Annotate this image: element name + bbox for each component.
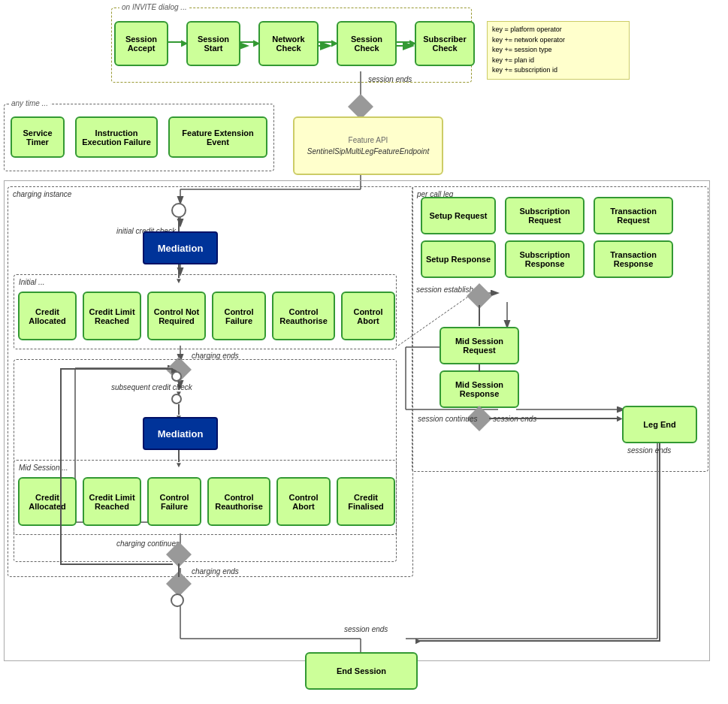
session-accept-box: Session Accept (114, 21, 168, 66)
credit-allocated-2-box: Credit Allocated (18, 477, 77, 526)
session-check-box: Session Check (337, 21, 397, 66)
diagram-container: on INVITE dialog ... Session Accept ▶ Se… (0, 0, 728, 704)
subsequent-credit-check-label: subsequent credit check (111, 383, 192, 391)
mediation-2-box: Mediation (143, 417, 218, 450)
key-box: key = platform operator key += network o… (487, 21, 630, 80)
arrowhead-end-session: ▶ (415, 636, 421, 645)
charging-ends-2-label: charging ends (192, 567, 239, 576)
charging-continues-label: charging continues (116, 539, 180, 548)
credit-limit-reached-2-box: Credit Limit Reached (83, 477, 141, 526)
diamond-session-ends-1 (348, 94, 373, 119)
credit-allocated-1-box: Credit Allocated (18, 292, 77, 340)
leg-end-box: Leg End (622, 406, 697, 443)
initial-label: Initial ... (19, 278, 44, 286)
key-line-3: key += session type (492, 45, 624, 56)
network-check-box: Network Check (258, 21, 319, 66)
key-line-5: key += subscription id (492, 65, 624, 76)
session-ends-4-label: session ends (627, 446, 671, 455)
credit-finalised-box: Credit Finalised (337, 477, 395, 526)
line-loop-bottom (60, 564, 173, 565)
control-abort-1-box: Control Abort (341, 292, 395, 340)
transaction-response-box: Transaction Response (594, 240, 673, 278)
line-loop-left (60, 368, 62, 564)
key-line-4: key += plan id (492, 56, 624, 66)
control-failure-1-box: Control Failure (212, 292, 266, 340)
session-start-box: Session Start (186, 21, 240, 66)
transaction-request-box: Transaction Request (594, 197, 673, 234)
feature-extension-event-box: Feature Extension Event (168, 116, 267, 158)
mediation-1-box: Mediation (143, 231, 218, 264)
control-abort-2-box: Control Abort (276, 477, 331, 526)
end-session-box: End Session (305, 652, 418, 690)
control-not-required-box: Control Not Required (147, 292, 206, 340)
line-bottom-horiz (418, 640, 659, 642)
line-to-leg-end (489, 418, 618, 419)
charging-instance-label: charging instance (13, 190, 71, 198)
service-timer-box: Service Timer (11, 116, 65, 158)
session-continues-label: session continues (418, 415, 478, 423)
line-leg-end-to-end (659, 443, 660, 642)
any-time-label: any time ... (9, 99, 50, 107)
feature-api-endpoint: SentinelSipMultiLegFeatureEndpoint (307, 147, 429, 156)
session-ends-label-1: session ends (368, 75, 412, 83)
control-failure-2-box: Control Failure (147, 477, 201, 526)
session-ends-2-label: session ends (344, 625, 388, 633)
feature-api-label: Feature API (349, 136, 388, 144)
key-line-2: key += network operator (492, 35, 624, 46)
line-loop-top (60, 368, 173, 370)
instruction-execution-failure-box: Instruction Execution Failure (75, 116, 158, 158)
control-reauthorise-1-box: Control Reauthorise (272, 292, 335, 340)
mid-session-request-box: Mid Session Request (440, 327, 519, 364)
subscriber-check-box: Subscriber Check (415, 21, 475, 66)
line-after-continues-diamond (178, 564, 180, 577)
start-circle-1 (171, 203, 186, 218)
mid-session-response-box: Mid Session Response (440, 370, 519, 408)
subscription-request-box: Subscription Request (505, 197, 585, 234)
invite-dialog-label: on INVITE dialog ... (119, 3, 189, 11)
line-mid-sess-req-resp (479, 364, 480, 372)
feature-api-container: Feature API SentinelSipMultiLegFeatureEn… (293, 116, 443, 175)
subscription-response-box: Subscription Response (505, 240, 585, 278)
arrowhead-loop: ▶ (171, 366, 177, 374)
credit-limit-reached-1-box: Credit Limit Reached (83, 292, 141, 340)
end-circle (171, 594, 184, 607)
control-reauthorise-2-box: Control Reauthorise (207, 477, 270, 526)
line-to-mid-session-req (479, 305, 480, 326)
setup-request-box: Setup Request (421, 197, 496, 234)
setup-response-box: Setup Response (421, 240, 496, 278)
key-line-1: key = platform operator (492, 25, 624, 35)
subsequent-circle-bottom (171, 394, 182, 404)
